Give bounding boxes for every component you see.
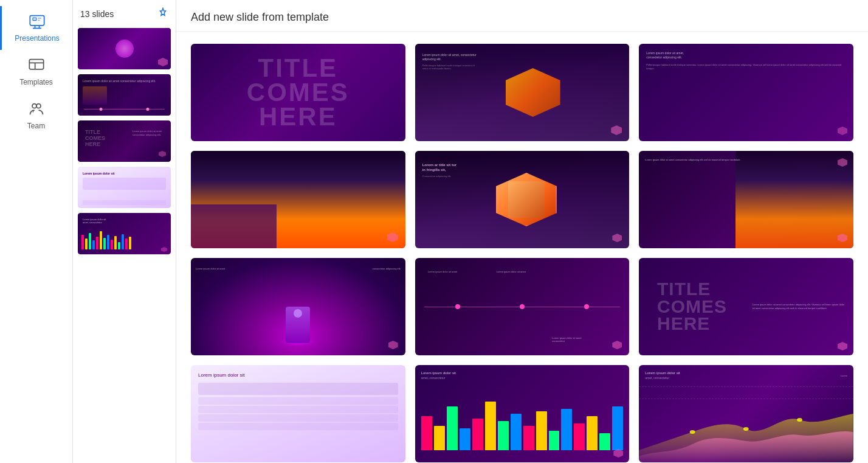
main-header: Add new slide from template [176, 0, 868, 32]
svg-rect-7 [29, 60, 43, 69]
slide-thumb-5[interactable]: Lorem ipsum dolor sitamet, consectetur [78, 213, 171, 254]
template-grid: TITLECOMESHERE Lorem ipsum dolor sit ame… [191, 44, 853, 462]
template-card-12[interactable]: Lorem ipsum dolor sit amet, consectetur [639, 365, 853, 462]
template-card-7[interactable]: Lorem ipsum dolor sit amet consectetur a… [191, 258, 405, 355]
slide-thumb-1[interactable] [78, 28, 171, 69]
slide-panel: 13 slides Lorem ipsum dolor sit amet con… [73, 0, 176, 463]
svg-rect-0 [30, 16, 44, 26]
sidebar-item-team-label: Team [27, 122, 45, 130]
template-card-6[interactable]: Lorem ipsum dolor sit amet consectetur a… [639, 151, 853, 248]
svg-point-13 [743, 427, 749, 431]
template-card-8[interactable]: Lorem ipsum dolor sit amet Lorem ipsum d… [415, 258, 630, 355]
slide-panel-header: 13 slides [78, 7, 171, 21]
slide-thumb-4[interactable]: Lorem ipsum dolor sit [78, 167, 171, 208]
pin-icon[interactable] [157, 7, 168, 21]
sidebar-item-templates-label: Templates [19, 78, 53, 86]
page-title: Add new slide from template [191, 11, 853, 24]
svg-point-10 [32, 104, 36, 108]
svg-rect-1 [33, 18, 36, 21]
template-card-5[interactable]: Lorem ar title sit turin fringilla sit, … [415, 151, 630, 248]
svg-rect-3 [38, 20, 40, 21]
template-card-3[interactable]: Lorem ipsum dolor sit amet,consectetur a… [639, 44, 853, 141]
template-card-1[interactable]: TITLECOMESHERE [191, 44, 405, 141]
sidebar-item-templates[interactable]: Templates [0, 50, 72, 94]
slide-thumb-2[interactable]: Lorem ipsum dolor sit amet consectetur a… [78, 74, 171, 116]
svg-point-14 [797, 418, 802, 422]
template-card-9[interactable]: TITLECOMESHERE Lorem ipsum dolor sit ame… [639, 258, 853, 355]
template-card-4[interactable] [191, 151, 405, 248]
template-card-11[interactable]: Lorem ipsum dolor sit amet, consectetur [415, 365, 630, 462]
sidebar-item-presentations-label: Presentations [15, 34, 59, 43]
template-card-2[interactable]: Lorem ipsum dolor sit amet, consectetur … [415, 44, 630, 141]
main-content: Add new slide from template TITLECOMESHE… [176, 0, 868, 463]
svg-rect-2 [38, 18, 41, 19]
svg-point-11 [36, 104, 41, 108]
sidebar-item-team[interactable]: Team [0, 94, 72, 138]
slide-thumb-3[interactable]: TITLECOMESHERE Lorem ipsum dolor sit ame… [78, 120, 171, 162]
sidebar: Presentations Templates Team [0, 0, 73, 463]
template-grid-container: TITLECOMESHERE Lorem ipsum dolor sit ame… [176, 32, 868, 463]
slide-count: 13 slides [80, 9, 114, 19]
svg-point-12 [690, 430, 695, 434]
sidebar-item-presentations[interactable]: Presentations [0, 6, 72, 50]
template-card-10[interactable]: Lorem ipsum dolor sit [191, 365, 405, 462]
